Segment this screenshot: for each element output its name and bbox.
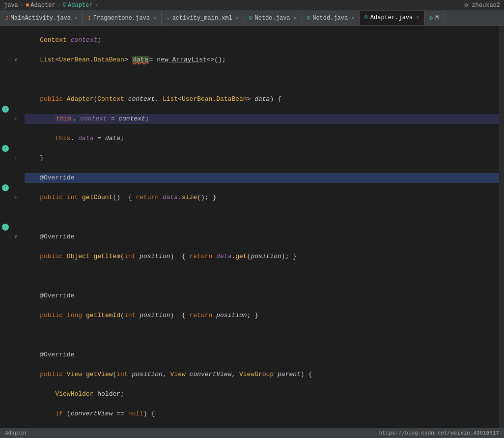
fold-marker-22[interactable]: ▼ bbox=[11, 232, 21, 242]
tab-close-netdo[interactable]: × bbox=[294, 16, 297, 21]
tab-close-fragmentone[interactable]: × bbox=[153, 16, 156, 21]
fold-marker-30 bbox=[11, 311, 21, 321]
tab-close-activity-main[interactable]: × bbox=[236, 16, 239, 21]
marker-row-41 bbox=[0, 419, 11, 429]
marker-row-15 bbox=[0, 163, 11, 173]
fold-marker-18[interactable]: + bbox=[11, 193, 21, 203]
code-editor[interactable]: Context context; List<UserBean.DataBean>… bbox=[21, 26, 499, 438]
tab-label: Adapter.java bbox=[370, 14, 413, 21]
fold-marker-41 bbox=[11, 419, 21, 429]
breadcrumb-adapter2[interactable]: ©Adapter bbox=[63, 2, 93, 9]
up-arrow-marker-3[interactable]: ↑ bbox=[2, 184, 9, 191]
fold-marker-4[interactable]: ▼ bbox=[11, 55, 21, 65]
tab-label: Netdo.java bbox=[255, 15, 290, 22]
marker-row-22 bbox=[0, 232, 11, 242]
code-line-4: public Adapter(Context context, List<Use… bbox=[25, 94, 499, 104]
tab-xml-icon: ✦ bbox=[167, 15, 170, 22]
tab-netdd[interactable]: © Netdd.java × bbox=[302, 11, 360, 26]
fold-marker-20 bbox=[11, 212, 21, 222]
up-arrow-marker-2[interactable]: ↑ bbox=[2, 145, 9, 152]
code-line-6: this. data = data; bbox=[25, 134, 499, 144]
marker-row-36 bbox=[0, 370, 11, 380]
breadcrumb-java[interactable]: java bbox=[4, 2, 18, 9]
marker-row-12 bbox=[0, 134, 11, 144]
fold-marker-2 bbox=[11, 35, 21, 45]
status-left: Adapter bbox=[5, 430, 28, 436]
tab-bar: J MainActivity.java × J Fragmentone.java… bbox=[0, 11, 504, 26]
fold-marker-36 bbox=[11, 370, 21, 380]
marker-row-25 bbox=[0, 262, 11, 271]
fold-marker-27 bbox=[11, 281, 21, 291]
code-line-10 bbox=[25, 212, 499, 222]
marker-row-20 bbox=[0, 212, 11, 222]
marker-row-19 bbox=[0, 203, 11, 212]
marker-row-31 bbox=[0, 321, 11, 330]
code-line-7: } bbox=[25, 153, 499, 163]
breadcrumb-adapter1[interactable]: ■Adapter bbox=[26, 2, 56, 9]
tab-activity-main[interactable]: ✦ activity_main.xml × bbox=[162, 11, 244, 26]
fold-marker-5 bbox=[11, 65, 21, 75]
tab-c-icon: © bbox=[429, 15, 433, 21]
tab-label: MainActivity.java bbox=[11, 15, 71, 22]
marker-row-11 bbox=[0, 124, 11, 134]
fold-marker-38 bbox=[11, 389, 21, 399]
fold-marker-28 bbox=[11, 291, 21, 301]
fold-marker-14[interactable]: + bbox=[11, 153, 21, 163]
fold-marker-35 bbox=[11, 360, 21, 370]
marker-row-23 bbox=[0, 242, 11, 252]
marker-row-27 bbox=[0, 281, 11, 291]
marker-row-10 bbox=[0, 114, 11, 124]
marker-row-39 bbox=[0, 399, 11, 409]
marker-row-7 bbox=[0, 85, 11, 94]
marker-row-26 bbox=[0, 271, 11, 281]
code-line-20: if (convertView == null) { bbox=[25, 409, 499, 419]
marker-row-9: ↑ bbox=[0, 104, 11, 114]
tab-close-mainactivity[interactable]: × bbox=[74, 16, 77, 21]
tab-label: M bbox=[435, 15, 439, 22]
marker-row-2 bbox=[0, 35, 11, 45]
fold-marker-34 bbox=[11, 350, 21, 360]
vertical-scrollbar[interactable] bbox=[499, 26, 504, 438]
up-arrow-marker[interactable]: ↑ bbox=[2, 106, 9, 113]
marker-row-24 bbox=[0, 252, 11, 262]
marker-row-13: ↑ bbox=[0, 144, 11, 153]
fold-marker-10[interactable]: + bbox=[11, 114, 21, 124]
marker-row-28 bbox=[0, 291, 11, 301]
tab-close-adapter[interactable]: × bbox=[416, 15, 419, 21]
tab-c-icon: © bbox=[307, 15, 310, 21]
fold-marker-13 bbox=[11, 144, 21, 153]
marker-row-30 bbox=[0, 311, 11, 321]
breadcrumb: java › ■Adapter › ©Adapter › bbox=[4, 2, 98, 9]
tab-adapter[interactable]: © Adapter.java × bbox=[360, 11, 424, 26]
fold-area: ▼ + + + ▼ bbox=[11, 26, 21, 438]
tab-label: activity_main.xml bbox=[172, 15, 232, 22]
tab-java-icon: J bbox=[5, 15, 8, 21]
marker-row-16 bbox=[0, 173, 11, 183]
fold-marker-40 bbox=[11, 409, 21, 419]
code-line-17: @Override bbox=[25, 350, 499, 360]
marker-row-4 bbox=[0, 55, 11, 65]
code-line-18: public View getView(int position, View c… bbox=[25, 370, 499, 380]
code-line-15: public long getItemId(int position) { re… bbox=[25, 311, 499, 321]
code-line-5: this. context = context; bbox=[25, 114, 499, 124]
fold-marker-8 bbox=[11, 94, 21, 104]
up-arrow-marker-4[interactable]: ↑ bbox=[2, 224, 9, 231]
code-line-11: @Override bbox=[25, 232, 499, 242]
tab-close-netdd[interactable]: × bbox=[351, 16, 354, 21]
fold-marker-17 bbox=[11, 183, 21, 193]
marker-row-32 bbox=[0, 330, 11, 340]
code-line-3 bbox=[25, 75, 499, 85]
tab-c-icon: © bbox=[249, 15, 252, 21]
tab-netdo[interactable]: © Netdo.java × bbox=[244, 11, 302, 26]
fold-marker-9 bbox=[11, 104, 21, 114]
fold-marker-23 bbox=[11, 242, 21, 252]
tab-m[interactable]: © M bbox=[424, 11, 444, 26]
fold-marker-12 bbox=[11, 134, 21, 144]
tab-mainactivity[interactable]: J MainActivity.java × bbox=[0, 11, 83, 26]
marker-row-8 bbox=[0, 94, 11, 104]
marker-row-3 bbox=[0, 45, 11, 55]
tab-fragmentone[interactable]: J Fragmentone.java × bbox=[83, 11, 162, 26]
fold-marker-37 bbox=[11, 380, 21, 389]
fold-marker-32 bbox=[11, 330, 21, 340]
fold-marker-11 bbox=[11, 124, 21, 134]
